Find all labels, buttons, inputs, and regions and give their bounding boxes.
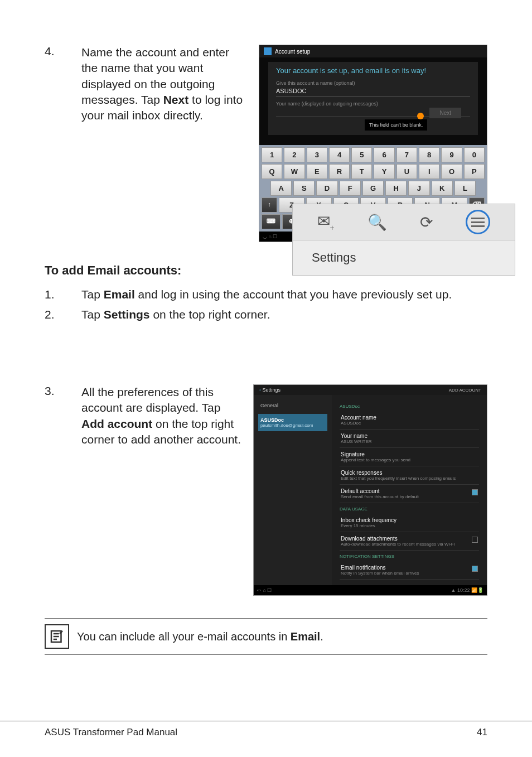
key-0[interactable]: 0 — [464, 147, 485, 162]
key-q[interactable]: Q — [262, 164, 282, 179]
key-p[interactable]: P — [464, 164, 485, 179]
step2-text: Tap Settings on the top right corner. — [81, 306, 270, 324]
settings-title: Settings — [263, 387, 281, 393]
key-r[interactable]: R — [329, 164, 350, 179]
pref-email-notif[interactable]: Email notificationsNotify in System bar … — [340, 561, 479, 580]
step1-text: Tap Email and log in using the account t… — [81, 286, 452, 303]
your-name-label: Your name (displayed on outgoing message… — [276, 101, 470, 107]
step3-text: All the preferences of this account are … — [81, 384, 243, 447]
screenshot-settings: ‹ Settings ADD ACCOUNT General ASUSDoc p… — [253, 384, 487, 596]
key-t[interactable]: T — [351, 164, 372, 179]
key-a[interactable]: A — [270, 181, 292, 196]
pref-quick-responses[interactable]: Quick responsesEdit text that you freque… — [340, 466, 479, 485]
key-shift[interactable]: ↑ — [262, 197, 277, 213]
acct-name-input[interactable]: ASUSDOC — [276, 86, 470, 97]
key-6[interactable]: 6 — [374, 147, 394, 162]
page-number: 41 — [477, 727, 487, 738]
key-8[interactable]: 8 — [419, 147, 439, 162]
key-1[interactable]: 1 — [262, 147, 282, 162]
sidebar-acct-name: ASUSDoc — [260, 417, 325, 423]
key-5[interactable]: 5 — [351, 147, 372, 162]
key-4[interactable]: 4 — [329, 147, 350, 162]
note-text: You can include all your e-mail accounts… — [77, 630, 323, 643]
step2-num: 2. — [45, 306, 71, 324]
pref-account-name[interactable]: Account nameASUSDoc — [340, 411, 479, 430]
pref-inbox-freq[interactable]: Inbox check frequencyEvery 15 minutes — [340, 514, 479, 532]
note-box: You can include all your e-mail accounts… — [45, 618, 487, 655]
key-e[interactable]: E — [307, 164, 327, 179]
key-g[interactable]: G — [362, 181, 384, 196]
key-ime[interactable]: ⌨ — [262, 214, 280, 229]
add-account-button[interactable]: ADD ACCOUNT — [449, 388, 481, 393]
menu-icon[interactable] — [466, 210, 490, 234]
step3-num: 3. — [45, 384, 71, 398]
setup-title: Account setup — [275, 49, 310, 55]
pref-default-account[interactable]: Default accountSend email from this acco… — [340, 485, 479, 503]
key-h[interactable]: H — [385, 181, 407, 196]
sidebar-item-account[interactable]: ASUSDoc paulsmith.doe@gmail.com — [258, 414, 327, 431]
acct-name-label: Give this account a name (optional) — [276, 80, 470, 86]
step4-bold: Next — [163, 93, 189, 106]
key-3[interactable]: 3 — [307, 147, 327, 162]
key-s[interactable]: S — [293, 181, 315, 196]
key-7[interactable]: 7 — [396, 147, 417, 162]
note-icon — [45, 624, 69, 649]
refresh-icon[interactable]: ⟳ — [420, 213, 433, 232]
step1-num: 1. — [45, 286, 71, 303]
sidebar-item-general[interactable]: General — [258, 399, 327, 412]
step-number: 4. — [45, 45, 71, 58]
next-button[interactable]: Next — [429, 108, 461, 118]
compose-icon[interactable]: ✉+ — [317, 212, 335, 232]
search-icon[interactable]: 🔍 — [367, 213, 387, 232]
nav-icons[interactable]: ⤺ ⌂ ☐ — [257, 587, 272, 593]
error-tooltip: This field can't be blank. — [365, 119, 427, 131]
group-account: ASUSDoc — [340, 404, 479, 409]
pref-download-attach[interactable]: Download attachmentsAuto-download attach… — [340, 532, 479, 551]
nav-icons[interactable]: ◡ ⌂ ☐ — [263, 234, 277, 239]
key-d[interactable]: D — [316, 181, 337, 196]
key-f[interactable]: F — [340, 181, 361, 196]
checkbox-icon[interactable] — [472, 537, 478, 543]
key-o[interactable]: O — [441, 164, 462, 179]
setup-headline: Your account is set up, and email is on … — [276, 66, 470, 75]
pref-your-name[interactable]: Your nameASUS WRITER — [340, 430, 479, 448]
screenshot-toolbar: ✉+ 🔍 ⟳ Settings — [292, 204, 515, 276]
key-l[interactable]: L — [454, 181, 476, 196]
group-notif: NOTIFICATION SETTINGS — [340, 554, 479, 559]
key-u[interactable]: U — [396, 164, 417, 179]
checkbox-icon[interactable] — [472, 566, 478, 572]
key-y[interactable]: Y — [374, 164, 394, 179]
menu-item-settings[interactable]: Settings — [292, 240, 515, 276]
key-9[interactable]: 9 — [441, 147, 462, 162]
key-2[interactable]: 2 — [284, 147, 304, 162]
footer-title: ASUS Transformer Pad Manual — [45, 727, 177, 738]
key-j[interactable]: J — [408, 181, 429, 196]
pref-signature[interactable]: SignatureAppend text to messages you sen… — [340, 448, 479, 466]
checkbox-icon[interactable] — [472, 489, 478, 495]
group-data: DATA USAGE — [340, 507, 479, 512]
step4-text: Name the account and enter the name that… — [81, 45, 249, 124]
key-w[interactable]: W — [284, 164, 304, 179]
key-i[interactable]: I — [419, 164, 439, 179]
status-clock: ▲ 10:22 📶🔋 — [451, 587, 483, 593]
mail-app-icon — [264, 47, 272, 55]
sidebar-acct-mail: paulsmith.doe@gmail.com — [260, 423, 325, 428]
key-k[interactable]: K — [432, 181, 453, 196]
